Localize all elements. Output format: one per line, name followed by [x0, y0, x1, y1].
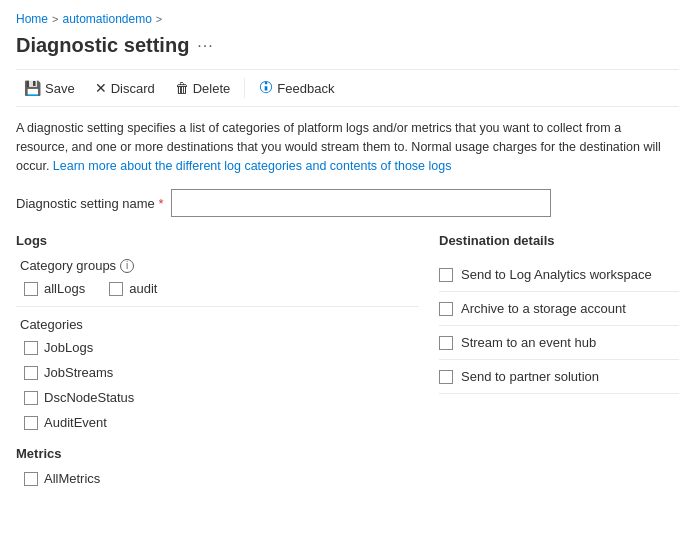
setting-name-input[interactable]: [171, 189, 551, 217]
page-title: Diagnostic setting: [16, 34, 189, 57]
checkbox-dscnodestatus-box: [24, 391, 38, 405]
breadcrumb: Home > automationdemo >: [16, 12, 679, 26]
feedback-label: Feedback: [277, 81, 334, 96]
feedback-button[interactable]: Feedback: [251, 76, 342, 100]
delete-button[interactable]: 🗑 Delete: [167, 77, 239, 100]
category-groups-checkboxes: allLogs audit: [16, 281, 419, 296]
dest-log-analytics-label: Send to Log Analytics workspace: [461, 267, 652, 282]
dest-partner-label: Send to partner solution: [461, 369, 599, 384]
breadcrumb-automationdemo[interactable]: automationdemo: [62, 12, 151, 26]
checkbox-allLogs-label: allLogs: [44, 281, 85, 296]
checkbox-joblogs-box: [24, 341, 38, 355]
destination-section-header: Destination details: [439, 233, 679, 248]
dest-event-hub[interactable]: Stream to an event hub: [439, 326, 679, 360]
dest-storage-label: Archive to a storage account: [461, 301, 626, 316]
destination-section: Destination details Send to Log Analytic…: [439, 233, 679, 496]
metrics-section-header: Metrics: [16, 446, 419, 461]
dest-storage-account[interactable]: Archive to a storage account: [439, 292, 679, 326]
page-title-row: Diagnostic setting ···: [16, 34, 679, 57]
checkbox-dscnodestatus[interactable]: DscNodeStatus: [24, 390, 134, 405]
checkbox-allmetrics-row: AllMetrics: [16, 471, 419, 486]
dest-storage-checkbox: [439, 302, 453, 316]
checkbox-allLogs-box: [24, 282, 38, 296]
checkbox-auditevent-box: [24, 416, 38, 430]
checkbox-allmetrics-label: AllMetrics: [44, 471, 100, 486]
dest-eventhub-label: Stream to an event hub: [461, 335, 596, 350]
checkbox-auditevent-row: AuditEvent: [16, 415, 419, 430]
logs-section-header: Logs: [16, 233, 419, 248]
breadcrumb-sep2: >: [156, 13, 162, 25]
save-button[interactable]: 💾 Save: [16, 77, 83, 100]
checkbox-jobstreams-row: JobStreams: [16, 365, 419, 380]
discard-icon: ✕: [95, 81, 107, 95]
breadcrumb-home[interactable]: Home: [16, 12, 48, 26]
dest-partner-solution[interactable]: Send to partner solution: [439, 360, 679, 394]
dest-log-analytics-checkbox: [439, 268, 453, 282]
toolbar: 💾 Save ✕ Discard 🗑 Delete Feedback: [16, 69, 679, 107]
dest-log-analytics[interactable]: Send to Log Analytics workspace: [439, 258, 679, 292]
category-groups-label: Category groups i: [16, 258, 419, 273]
categories-divider: [16, 306, 419, 307]
checkbox-dscnodestatus-label: DscNodeStatus: [44, 390, 134, 405]
discard-button[interactable]: ✕ Discard: [87, 77, 163, 100]
checkbox-dscnodestatus-row: DscNodeStatus: [16, 390, 419, 405]
categories-label: Categories: [16, 317, 419, 332]
toolbar-separator: [244, 78, 245, 98]
save-label: Save: [45, 81, 75, 96]
feedback-icon: [259, 80, 273, 96]
setting-name-row: Diagnostic setting name *: [16, 189, 679, 217]
delete-icon: 🗑: [175, 81, 189, 95]
metrics-section: Metrics AllMetrics: [16, 446, 419, 486]
checkbox-joblogs-label: JobLogs: [44, 340, 93, 355]
checkbox-audit[interactable]: audit: [109, 281, 157, 296]
checkbox-allmetrics[interactable]: AllMetrics: [24, 471, 100, 486]
checkbox-joblogs-row: JobLogs: [16, 340, 419, 355]
checkbox-audit-box: [109, 282, 123, 296]
dest-eventhub-checkbox: [439, 336, 453, 350]
save-icon: 💾: [24, 81, 41, 95]
checkbox-auditevent[interactable]: AuditEvent: [24, 415, 107, 430]
delete-label: Delete: [193, 81, 231, 96]
more-options-icon[interactable]: ···: [197, 37, 213, 55]
learn-more-link[interactable]: Learn more about the different log categ…: [53, 159, 452, 173]
category-groups-info-icon[interactable]: i: [120, 259, 134, 273]
setting-name-label: Diagnostic setting name *: [16, 196, 163, 211]
checkbox-jobstreams-label: JobStreams: [44, 365, 113, 380]
checkbox-joblogs[interactable]: JobLogs: [24, 340, 93, 355]
checkbox-jobstreams-box: [24, 366, 38, 380]
discard-label: Discard: [111, 81, 155, 96]
checkbox-allLogs[interactable]: allLogs: [24, 281, 85, 296]
logs-section: Logs Category groups i allLogs audit Cat…: [16, 233, 419, 496]
breadcrumb-sep1: >: [52, 13, 58, 25]
checkbox-audit-label: audit: [129, 281, 157, 296]
dest-partner-checkbox: [439, 370, 453, 384]
required-indicator: *: [158, 196, 163, 211]
checkbox-auditevent-label: AuditEvent: [44, 415, 107, 430]
checkbox-allmetrics-box: [24, 472, 38, 486]
main-content: Logs Category groups i allLogs audit Cat…: [16, 233, 679, 496]
checkbox-jobstreams[interactable]: JobStreams: [24, 365, 113, 380]
description: A diagnostic setting specifies a list of…: [16, 119, 676, 175]
